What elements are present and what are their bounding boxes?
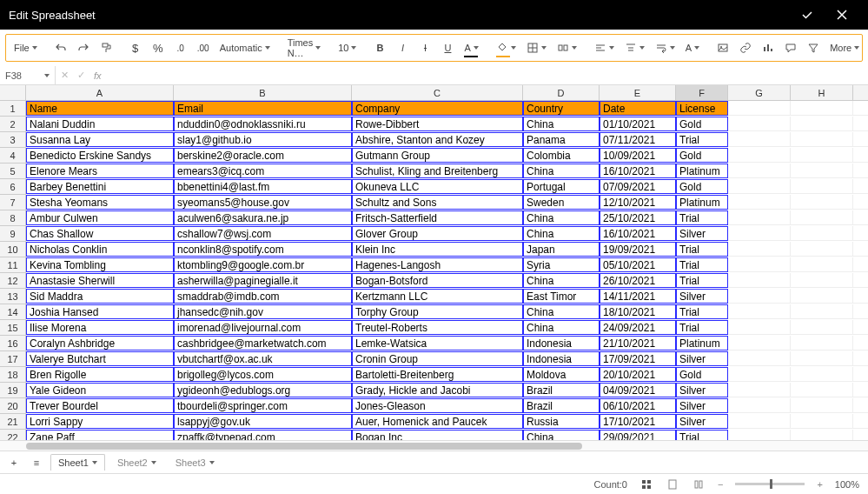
data-cell[interactable]: Trial [676,273,728,288]
strikethrough-button[interactable]: I [414,37,435,58]
empty-cell[interactable] [791,367,853,382]
confirm-button[interactable] [790,0,825,30]
add-sheet-button[interactable]: + [5,454,23,471]
data-cell[interactable]: Klein Inc [352,242,523,257]
data-cell[interactable]: ktombling9@google.com.br [174,257,352,272]
bold-button[interactable]: B [369,37,390,58]
empty-cell[interactable] [853,273,868,288]
font-family-dropdown[interactable]: Times N… [283,37,326,58]
empty-cell[interactable] [728,101,791,116]
empty-cell[interactable] [853,367,868,382]
data-cell[interactable]: Okuneva LLC [352,179,523,194]
row-header[interactable]: 17 [0,351,26,367]
row-header[interactable]: 18 [0,367,26,383]
data-cell[interactable]: 01/10/2021 [600,117,676,131]
data-cell[interactable]: 24/09/2021 [600,320,676,335]
data-cell[interactable]: Sid Maddra [26,289,174,304]
currency-button[interactable]: $ [125,37,146,58]
data-cell[interactable]: Fritsch-Satterfield [352,210,523,225]
empty-cell[interactable] [728,383,791,397]
data-cell[interactable]: brigolleg@lycos.com [174,367,352,382]
data-cell[interactable]: Russia [523,414,600,429]
data-cell[interactable]: Bogan Inc [352,430,523,440]
empty-cell[interactable] [791,132,853,147]
data-cell[interactable]: Valerye Butchart [26,351,174,366]
h-align-dropdown[interactable] [590,37,619,58]
empty-cell[interactable] [853,179,868,194]
scrollbar-thumb[interactable] [26,443,582,450]
underline-button[interactable]: U [437,37,458,58]
data-cell[interactable]: Benedicto Erskine Sandys [26,148,174,163]
empty-cell[interactable] [853,132,868,147]
empty-cell[interactable] [853,101,868,116]
data-cell[interactable]: Sweden [523,195,600,210]
empty-cell[interactable] [791,351,853,366]
zoom-out-button[interactable]: − [718,479,723,490]
data-cell[interactable]: tbourdeli@springer.com [174,398,352,413]
table-header-cell[interactable]: Email [174,101,352,116]
data-cell[interactable]: Nalani Duddin [26,117,174,131]
column-view-icon[interactable] [692,477,706,491]
zoom-slider[interactable] [735,483,805,485]
rotate-dropdown[interactable]: A [681,37,704,58]
data-cell[interactable]: 26/10/2021 [600,273,676,288]
data-cell[interactable]: Trial [676,210,728,225]
data-cell[interactable]: 16/10/2021 [600,226,676,241]
data-cell[interactable]: Gold [676,148,728,163]
data-cell[interactable]: Trial [676,132,728,147]
insert-link-button[interactable] [735,37,756,58]
column-header[interactable]: A [26,85,174,101]
data-cell[interactable]: China [523,164,600,178]
empty-cell[interactable] [728,257,791,272]
empty-cell[interactable] [853,351,868,366]
increase-decimal-button[interactable]: .00 [193,37,214,58]
data-cell[interactable]: Portugal [523,179,600,194]
data-cell[interactable]: emears3@icq.com [174,164,352,178]
data-cell[interactable]: 19/09/2021 [600,242,676,257]
data-cell[interactable]: 16/10/2021 [600,164,676,178]
empty-cell[interactable] [853,430,868,440]
empty-cell[interactable] [853,242,868,257]
empty-cell[interactable] [791,430,853,440]
empty-cell[interactable] [853,383,868,397]
empty-cell[interactable] [728,351,791,366]
data-cell[interactable]: Syria [523,257,600,272]
data-cell[interactable]: Yale Gideon [26,383,174,397]
data-cell[interactable]: Cronin Group [352,351,523,366]
column-header[interactable]: F [676,85,728,101]
font-color-dropdown[interactable]: A [460,37,482,58]
data-cell[interactable]: zpaffk@typepad.com [174,430,352,440]
empty-cell[interactable] [853,210,868,225]
data-cell[interactable]: Kevina Tombling [26,257,174,272]
empty-cell[interactable] [791,257,853,272]
formula-accept-icon[interactable]: ✓ [77,70,85,81]
empty-cell[interactable] [853,336,868,350]
data-cell[interactable]: China [523,273,600,288]
row-header[interactable]: 2 [0,117,26,132]
empty-cell[interactable] [791,117,853,131]
data-cell[interactable]: 20/10/2021 [600,367,676,382]
data-cell[interactable]: Glover Group [352,226,523,241]
data-cell[interactable]: vbutchartf@ox.ac.uk [174,351,352,366]
empty-cell[interactable] [791,179,853,194]
table-header-cell[interactable]: Country [523,101,600,116]
data-cell[interactable]: Indonesia [523,336,600,350]
empty-cell[interactable] [853,257,868,272]
data-cell[interactable]: 12/10/2021 [600,195,676,210]
row-header[interactable]: 5 [0,164,26,179]
data-cell[interactable]: 17/09/2021 [600,351,676,366]
empty-cell[interactable] [853,164,868,178]
empty-cell[interactable] [791,101,853,116]
data-cell[interactable]: 06/10/2021 [600,398,676,413]
empty-cell[interactable] [791,304,853,319]
empty-cell[interactable] [728,242,791,257]
row-header[interactable]: 20 [0,398,26,414]
data-cell[interactable]: Platinum [676,164,728,178]
data-cell[interactable]: Trial [676,257,728,272]
empty-cell[interactable] [728,117,791,131]
empty-cell[interactable] [728,430,791,440]
data-cell[interactable]: Barbey Benettini [26,179,174,194]
data-cell[interactable]: Jones-Gleason [352,398,523,413]
percent-button[interactable]: % [148,37,169,58]
table-header-cell[interactable]: License [676,101,728,116]
